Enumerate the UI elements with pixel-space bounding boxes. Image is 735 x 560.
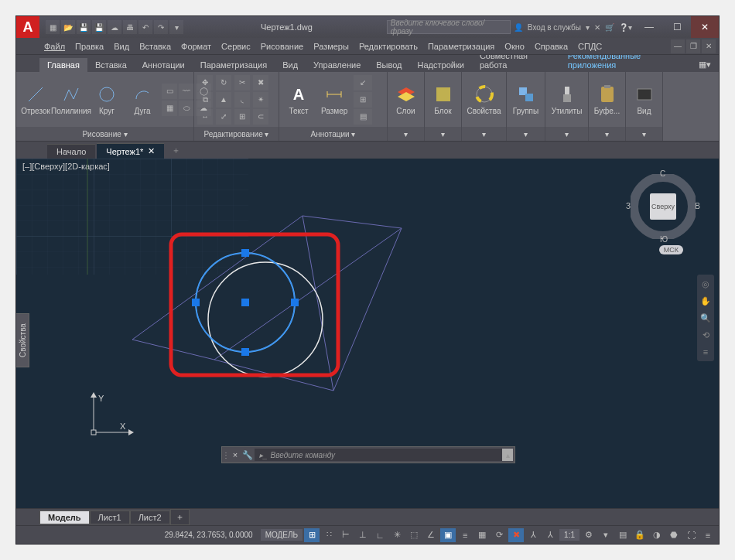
cmd-customize-icon[interactable]: 🔧 (241, 450, 255, 460)
layout-tab-sheet2[interactable]: Лист2 (130, 510, 170, 524)
annomonitor-icon[interactable]: ✖ (508, 528, 524, 542)
ribbon-tab-view[interactable]: Вид (275, 58, 306, 72)
modelspace-toggle[interactable]: МОДЕЛЬ (261, 529, 303, 541)
cycling-toggle-icon[interactable]: ⟳ (491, 528, 507, 542)
menu-dimension[interactable]: Размеры (309, 40, 354, 53)
line-button[interactable]: Отрезок (19, 82, 52, 117)
cleanscreen-icon[interactable]: ⛶ (683, 528, 699, 542)
arc-button[interactable]: Дуга (126, 82, 159, 117)
menu-window[interactable]: Окно (500, 40, 529, 53)
minimize-button[interactable]: — (635, 16, 663, 38)
menu-file[interactable]: Файл (39, 40, 70, 53)
hardwareaccel-icon[interactable]: ⬣ (666, 528, 682, 542)
annovisibility-icon[interactable]: ⅄ (542, 528, 558, 542)
cmd-drag-handle[interactable]: ⋮ (222, 451, 230, 459)
copy-icon[interactable]: ⧉ (197, 92, 213, 108)
workspace-icon[interactable]: ⚙ (581, 528, 597, 542)
coordinates-readout[interactable]: 29.8424, 23.7653, 0.0000 (159, 531, 259, 539)
doc-minimize-icon[interactable]: — (671, 39, 685, 53)
rect-icon[interactable]: ▭ (162, 84, 177, 99)
isolate-icon[interactable]: ◑ (649, 528, 665, 542)
otrack-toggle-icon[interactable]: ∠ (423, 528, 439, 542)
signin-icon[interactable]: 👤 (514, 23, 523, 32)
command-input[interactable]: ▸_ Введите команду (255, 449, 502, 461)
wcs-badge[interactable]: МСК (659, 245, 683, 254)
panel-properties-title[interactable]: ▾ (462, 127, 506, 141)
menu-format[interactable]: Формат (176, 40, 216, 53)
rotate-icon[interactable]: ↻ (216, 75, 231, 90)
panel-block-title[interactable]: ▾ (425, 127, 461, 141)
ribbon-options-icon[interactable]: ▦▾ (691, 57, 719, 72)
offset-icon[interactable]: ⊂ (253, 109, 268, 125)
dyninput-toggle-icon[interactable]: ⊥ (355, 528, 371, 542)
panel-groups-title[interactable]: ▾ (507, 127, 545, 141)
isodraft-toggle-icon[interactable]: ⬚ (406, 528, 422, 542)
osnap-toggle-icon[interactable]: ▣ (440, 528, 456, 542)
tab-close-icon[interactable]: ✕ (148, 146, 155, 156)
menu-help[interactable]: Справка (530, 40, 573, 53)
save-icon[interactable]: 💾 (77, 20, 91, 34)
app-logo[interactable]: A (16, 16, 39, 38)
fillet-icon[interactable]: ◟ (234, 92, 250, 108)
stretch-icon[interactable]: ↔ (197, 109, 213, 125)
cmd-history-icon[interactable]: ▴ (502, 449, 513, 461)
erase-icon[interactable]: ✖ (253, 75, 268, 90)
properties-button[interactable]: Свойства (465, 82, 503, 117)
quickprops-icon[interactable]: ▤ (615, 528, 631, 542)
panel-clipboard-title[interactable]: ▾ (589, 127, 625, 141)
trim-icon[interactable]: ✂ (234, 75, 250, 90)
ribbon-tab-parametric[interactable]: Параметризация (193, 58, 275, 72)
doc-restore-icon[interactable]: ❐ (686, 39, 700, 53)
zoom-icon[interactable]: 🔍 (699, 312, 712, 324)
move-icon[interactable]: ✥ (197, 75, 213, 90)
new-icon[interactable]: ▦ (46, 20, 60, 34)
dimension-button[interactable]: Размер (318, 82, 350, 117)
drawing-canvas[interactable]: [–][Сверху][2D-каркас] Свойства (16, 159, 719, 508)
leader-icon[interactable]: ↙ (354, 75, 372, 90)
ribbon-tab-output[interactable]: Вывод (368, 58, 409, 72)
panel-draw-title[interactable]: Рисование ▾ (16, 127, 193, 141)
customize-status-icon[interactable]: ≡ (700, 528, 716, 542)
ribbon-tab-annotate[interactable]: Аннотации (135, 58, 193, 72)
clipboard-button[interactable]: Буфе... (591, 82, 624, 117)
annotation-scale[interactable]: 1:1 (559, 529, 579, 541)
viewcube-west[interactable]: З (626, 202, 631, 210)
snap-toggle-icon[interactable]: ∷ (321, 528, 337, 542)
redo-icon[interactable]: ↷ (154, 20, 168, 34)
menu-edit[interactable]: Правка (70, 40, 108, 53)
exchange-icon[interactable]: ✕ (594, 23, 600, 32)
layout-tab-sheet1[interactable]: Лист1 (90, 510, 130, 524)
ortho-toggle-icon[interactable]: ∟ (372, 528, 388, 542)
units-icon[interactable]: ▾ (598, 528, 614, 542)
showmotion-icon[interactable]: ≡ (699, 346, 712, 358)
ribbon-tab-insert[interactable]: Вставка (87, 58, 135, 72)
cart-icon[interactable]: 🛒 (605, 23, 614, 32)
pan-icon[interactable]: ✋ (699, 295, 712, 307)
polyline-button[interactable]: Полилиния (55, 82, 87, 117)
menu-insert[interactable]: Вставка (135, 40, 176, 53)
text-button[interactable]: A Текст (282, 82, 315, 117)
hatch-icon[interactable]: ▦ (162, 101, 177, 116)
explode-icon[interactable]: ✴ (253, 92, 268, 108)
viewcube[interactable]: Сверху С Ю В З (631, 174, 696, 239)
layout-tab-model[interactable]: Модель (39, 510, 90, 524)
ribbon-tab-home[interactable]: Главная (39, 58, 87, 72)
utilities-button[interactable]: Утилиты (549, 82, 585, 117)
panel-layers-title[interactable]: ▾ (388, 127, 424, 141)
scale-icon[interactable]: ⤢ (216, 109, 231, 125)
saveas-icon[interactable]: 💾 (92, 20, 106, 34)
lineweight-toggle-icon[interactable]: ≡ (457, 528, 473, 542)
mirror-icon[interactable]: ▲ (216, 92, 231, 108)
panel-view-title[interactable]: ▾ (626, 127, 662, 141)
orbit-icon[interactable]: ⟲ (699, 329, 712, 341)
circle-button[interactable]: Круг (91, 82, 123, 117)
layers-button[interactable]: Слои (390, 82, 422, 117)
file-tab-start[interactable]: Начало (47, 144, 95, 159)
close-button[interactable]: ✕ (691, 16, 719, 38)
maximize-button[interactable]: ☐ (663, 16, 691, 38)
array-icon[interactable]: ⊞ (234, 109, 250, 125)
search-input[interactable]: Введите ключевое слово/фразу (387, 20, 511, 34)
open-icon[interactable]: 📂 (61, 20, 75, 34)
ribbon-tab-addins[interactable]: Надстройки (410, 58, 472, 72)
view-panel-button[interactable]: Вид (628, 82, 661, 117)
